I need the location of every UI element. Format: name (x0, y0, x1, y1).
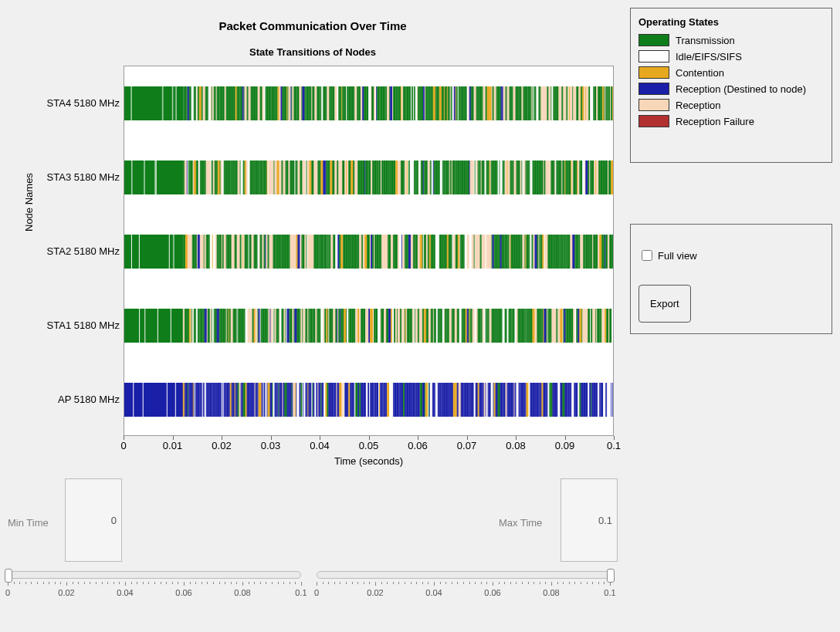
x-tick-mark (516, 436, 517, 440)
legend-item: Reception Failure (638, 115, 824, 127)
x-tick-label: 0.01 (163, 440, 182, 451)
slider-tick-label: 0.04 (425, 588, 442, 597)
x-tick-label: 0.1 (607, 440, 621, 451)
x-tick-mark (418, 436, 418, 440)
x-tick-mark (173, 436, 174, 440)
y-tick-label: STA3 5180 MHz (4, 171, 120, 183)
slider-tick-label: 0.1 (604, 588, 615, 597)
slider-tick-label: 0.06 (484, 588, 500, 597)
slider-tick-label: 0.06 (175, 588, 191, 597)
x-tick-label: 0.07 (457, 440, 476, 451)
legend-item: Reception (638, 99, 824, 111)
max-time-label: Max Time (499, 517, 542, 529)
full-view-label: Full view (658, 250, 697, 262)
legend-label: Reception (Destined to node) (676, 83, 806, 95)
legend-label: Reception (676, 100, 721, 111)
x-tick-label: 0.03 (261, 440, 280, 451)
x-tick-label: 0.02 (212, 440, 231, 451)
x-tick-mark (320, 436, 320, 440)
app-root: Packet Communication Over Time State Tra… (0, 0, 840, 632)
slider-ruler: 00.020.040.060.080.1 (317, 582, 610, 602)
legend-title: Operating States (638, 16, 824, 28)
slider-thumb[interactable] (607, 569, 615, 583)
timeline-row (124, 235, 613, 269)
full-view-checkbox-row[interactable]: Full view (638, 248, 824, 263)
legend-label: Transmission (676, 35, 735, 46)
slider-tick-label: 0.08 (543, 588, 559, 597)
slider-tick-label: 0.02 (58, 588, 74, 597)
x-tick-label: 0.09 (555, 440, 574, 451)
x-tick-label: 0 (120, 440, 126, 451)
slider-tick-label: 0 (5, 588, 10, 597)
timeline-row (124, 86, 613, 120)
chart-panel: Packet Communication Over Time State Tra… (8, 8, 618, 463)
controls-panel: Full view Export (630, 224, 832, 334)
min-time-slider[interactable]: 00.020.040.060.080.1 (8, 571, 301, 602)
legend-item: Reception (Destined to node) (638, 83, 824, 95)
legend-swatch (638, 99, 669, 111)
min-time-field[interactable]: 0 (65, 478, 122, 562)
min-time-label: Min Time (8, 517, 49, 529)
chart-title: Packet Communication Over Time (8, 19, 618, 32)
slider-tick-label: 0 (314, 588, 319, 597)
legend-swatch (638, 50, 669, 63)
x-tick-label: 0.04 (310, 440, 329, 451)
legend-label: Contention (676, 67, 724, 79)
legend-swatch (638, 115, 669, 127)
legend-item: Idle/EIFS/SIFS (638, 50, 824, 63)
x-tick-mark (369, 436, 370, 440)
legend-swatch (638, 83, 669, 95)
x-tick-label: 0.05 (359, 440, 378, 451)
legend-panel: Operating States TransmissionIdle/EIFS/S… (630, 8, 832, 163)
full-view-checkbox[interactable] (642, 250, 652, 261)
slider-ruler: 00.020.040.060.080.1 (8, 582, 301, 602)
time-inputs: Min Time 0 Max Time 0.1 (8, 478, 618, 563)
max-time-field[interactable]: 0.1 (561, 478, 618, 562)
plot-area[interactable] (124, 66, 614, 436)
y-tick-label: STA2 5180 MHz (4, 245, 120, 257)
y-tick-label: STA4 5180 MHz (4, 97, 120, 109)
x-tick-mark (222, 436, 222, 440)
legend-item: Contention (638, 66, 824, 79)
timeline-row (124, 383, 613, 417)
legend-label: Reception Failure (676, 116, 754, 127)
x-tick-mark (467, 436, 468, 440)
timeline-row (124, 161, 613, 194)
y-tick-label: AP 5180 MHz (4, 394, 120, 405)
sliders-panel: 00.020.040.060.080.1 00.020.040.060.080.… (8, 571, 618, 625)
x-tick-label: 0.08 (506, 440, 525, 451)
slider-tick-label: 0.04 (117, 588, 133, 597)
x-tick-label: 0.06 (408, 440, 427, 451)
y-tick-label: STA1 5180 MHz (4, 319, 120, 331)
export-button[interactable]: Export (638, 285, 691, 323)
x-tick-mark (271, 436, 272, 440)
legend-swatch (638, 34, 669, 46)
slider-tick-label: 0.02 (367, 588, 383, 597)
slider-tick-label: 0.08 (234, 588, 250, 597)
slider-thumb[interactable] (5, 569, 12, 583)
x-axis-label: Time (seconds) (124, 455, 614, 467)
chart-subtitle: State Transitions of Nodes (8, 46, 618, 58)
max-time-slider[interactable]: 00.020.040.060.080.1 (317, 571, 610, 602)
x-tick-mark (124, 436, 124, 440)
timeline-row (124, 309, 613, 343)
legend-swatch (638, 66, 669, 79)
legend-label: Idle/EIFS/SIFS (676, 51, 742, 63)
x-tick-mark (614, 436, 615, 440)
legend-item: Transmission (638, 34, 824, 46)
x-tick-mark (565, 436, 566, 440)
slider-tick-label: 0.1 (295, 588, 307, 597)
